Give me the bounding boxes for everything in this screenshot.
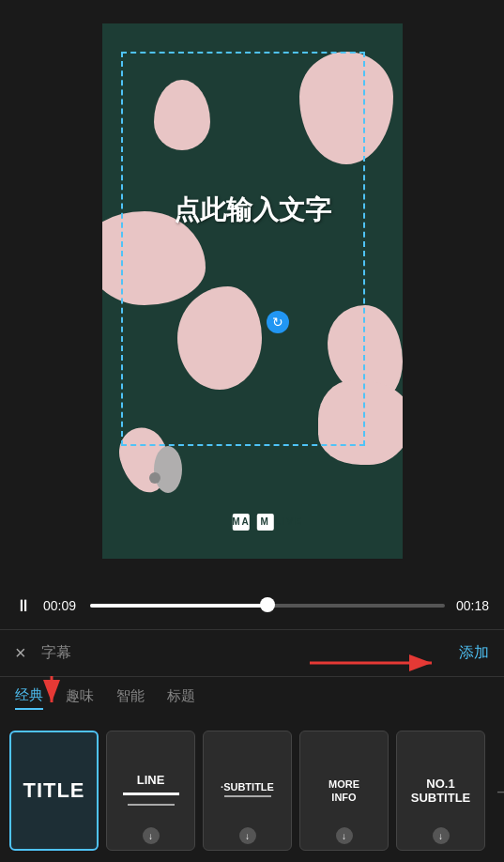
- progress-fill: [90, 604, 267, 608]
- pause-button[interactable]: ⏸: [15, 596, 32, 616]
- template-more-info-label: MOREINFO: [328, 777, 359, 805]
- template-no1-download: ↓: [433, 827, 450, 844]
- template-subtitle[interactable]: ·SUBTITLE ↓: [203, 731, 292, 851]
- template-more-info[interactable]: MOREINFO ↓: [299, 731, 389, 851]
- template-subtitle-line: [224, 795, 271, 797]
- template-subtitle-download: ↓: [239, 827, 256, 844]
- progress-thumb[interactable]: [260, 597, 275, 612]
- template-title-label: TITLE: [23, 778, 84, 803]
- heart-shape: [121, 418, 196, 502]
- current-time: 00:09: [43, 598, 79, 613]
- video-canvas: 点此输入文字 MATCHLIVE M: [102, 23, 403, 559]
- tab-classic[interactable]: 经典: [15, 686, 43, 710]
- progress-track[interactable]: [90, 604, 445, 608]
- blob-4: [177, 286, 262, 390]
- template-line[interactable]: LINE ↓: [106, 731, 195, 851]
- template-no1-subtitle-label: NO.1SUBTITLE: [411, 777, 471, 805]
- blob-6: [318, 380, 403, 465]
- template-title[interactable]: TITLE: [9, 731, 99, 851]
- template-line-decoration: [123, 793, 179, 795]
- scroll-edge: —: [493, 731, 504, 851]
- end-time: 00:18: [456, 598, 489, 613]
- template-subtitle-label: ·SUBTITLE: [221, 781, 274, 793]
- rotate-handle[interactable]: [267, 311, 289, 333]
- blob-1: [154, 80, 210, 150]
- playback-bar: ⏸ 00:09 00:18: [0, 582, 504, 629]
- tab-smart[interactable]: 智能: [116, 687, 145, 709]
- matchlive-logo: MATCHLIVE M: [230, 513, 273, 531]
- tab-title[interactable]: 标题: [167, 687, 195, 709]
- video-text-overlay[interactable]: 点此输入文字: [174, 192, 331, 228]
- template-line-decoration2: [128, 804, 175, 806]
- tab-fun[interactable]: 趣味: [66, 687, 94, 709]
- templates-row: TITLE LINE ↓ ·SUBTITLE ↓ MOREINFO ↓ NO.1…: [0, 719, 504, 862]
- template-more-info-download: ↓: [336, 827, 353, 844]
- caption-placeholder: 字幕: [41, 643, 459, 663]
- blob-2: [299, 52, 393, 164]
- heart-dot: [149, 472, 160, 484]
- category-tabs: 经典 趣味 智能 标题: [0, 676, 504, 719]
- heart-right: [154, 446, 182, 493]
- add-caption-button[interactable]: 添加: [459, 643, 489, 663]
- caption-bar: × 字幕 添加: [0, 629, 504, 676]
- template-line-label: LINE: [137, 773, 165, 787]
- close-button[interactable]: ×: [15, 642, 26, 664]
- template-line-download: ↓: [143, 827, 160, 844]
- template-no1-subtitle[interactable]: NO.1SUBTITLE ↓: [396, 731, 485, 851]
- video-preview: 点此输入文字 MATCHLIVE M: [0, 0, 504, 582]
